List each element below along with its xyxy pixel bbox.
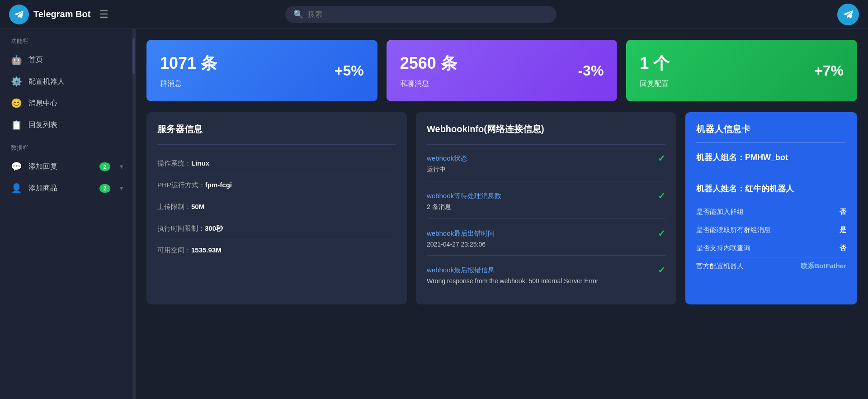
stat-card-reply-config: 1 个 回复配置 +7%: [626, 40, 857, 101]
webhook-panel: WebhookInfo(网络连接信息) webhook状态 ✓ 运行中 webh…: [416, 112, 676, 304]
stat-group-msg-change: +5%: [335, 62, 364, 79]
search-input[interactable]: [308, 10, 548, 19]
sidebar-item-home[interactable]: 🤖 首页: [0, 49, 135, 71]
sidebar-item-reply-list[interactable]: 📋 回复列表: [0, 114, 135, 136]
server-info-upload: 上传限制：50M: [157, 196, 396, 218]
bot-group-value: PMHW_bot: [745, 153, 788, 162]
server-info-os: 操作系统：Linux: [157, 153, 396, 175]
server-panel-title: 服务器信息: [157, 123, 396, 135]
search-icon: 🔍: [293, 10, 303, 19]
stats-row: 1071 条 群消息 +5% 2560 条 私聊消息 -3% 1 个 回复配置 …: [146, 40, 857, 101]
sidebar: 功能栏 🤖 首页 ⚙️ 配置机器人 😊 消息中心 📋 回复列表 数据栏 💬 添加…: [0, 29, 136, 399]
sidebar-section2-label: 数据栏: [0, 136, 135, 156]
webhook-item-last-error-msg: webhook最后报错信息 ✓ Wrong response from the …: [427, 265, 665, 285]
bot-card-divider1: [696, 142, 846, 143]
webhook-panel-title: WebhookInfo(网络连接信息): [427, 123, 665, 135]
menu-icon[interactable]: ☰: [99, 9, 108, 20]
content-area: 1071 条 群消息 +5% 2560 条 私聊消息 -3% 1 个 回复配置 …: [136, 29, 868, 399]
stat-card-group-msg: 1071 条 群消息 +5%: [146, 40, 377, 101]
home-icon: 🤖: [11, 54, 22, 65]
bot-property-official-config: 官方配置机器人 联系BotFather: [696, 257, 846, 275]
webhook-last-error-time-title: webhook最后出错时间: [427, 229, 495, 238]
bot-property-join-group-key: 是否能加入群组: [696, 208, 744, 216]
sidebar-item-config-bot[interactable]: ⚙️ 配置机器人: [0, 71, 135, 92]
sidebar-label-reply-list: 回复列表: [28, 120, 124, 130]
stat-group-msg-label: 群消息: [160, 79, 217, 89]
bot-name-label: 机器人姓名：: [696, 184, 745, 193]
webhook-pending-check: ✓: [658, 190, 665, 201]
sidebar-item-add-reply[interactable]: 💬 添加回复 2 ▼: [0, 156, 135, 177]
stat-private-msg-label: 私聊消息: [400, 79, 457, 89]
stat-reply-config-value: 1 个: [640, 52, 670, 75]
webhook-last-error-time-check: ✓: [658, 228, 665, 239]
bot-property-official-config-key: 官方配置机器人: [696, 262, 744, 271]
webhook-item-last-error-msg-header: webhook最后报错信息 ✓: [427, 265, 665, 276]
panels-row: 服务器信息 操作系统：Linux PHP运行方式：fpm-fcgi 上传限制：5…: [146, 112, 857, 304]
sidebar-item-add-product[interactable]: 👤 添加商品 2 ▼: [0, 177, 135, 199]
add-product-badge: 2: [99, 184, 110, 193]
bot-name-value: 红牛的机器人: [745, 184, 794, 193]
webhook-status-title: webhook状态: [427, 154, 467, 163]
webhook-last-error-msg-value: Wrong response from the webhook: 500 Int…: [427, 277, 665, 285]
webhook-last-error-msg-check: ✓: [658, 265, 665, 276]
config-icon: ⚙️: [11, 76, 22, 87]
stat-private-msg-value: 2560 条: [400, 52, 457, 75]
webhook-status-value: 运行中: [427, 166, 665, 174]
server-info-php: PHP运行方式：fpm-fcgi: [157, 175, 396, 196]
search-container: 🔍: [285, 6, 557, 23]
bot-property-join-group: 是否能加入群组 否: [696, 203, 846, 221]
add-reply-icon: 💬: [11, 161, 22, 172]
bot-group-label: 机器人组名：: [696, 153, 745, 162]
webhook-pending-title: webhook等待处理消息数: [427, 192, 501, 200]
bot-card-divider2: [696, 174, 846, 174]
webhook-last-error-msg-title: webhook最后报错信息: [427, 266, 495, 275]
webhook-item-pending: webhook等待处理消息数 ✓ 2 条消息: [427, 190, 665, 219]
sidebar-label-message-center: 消息中心: [28, 99, 124, 108]
webhook-item-status: webhook状态 ✓ 运行中: [427, 153, 665, 181]
server-info-disk: 可用空间：1535.93M: [157, 240, 396, 261]
stat-card-group-msg-left: 1071 条 群消息: [160, 52, 217, 89]
bot-card-group: 机器人组名：PMHW_bot: [696, 152, 846, 163]
bot-property-inline-query: 是否支持内联查询 否: [696, 239, 846, 257]
telegram-logo-icon: [9, 5, 29, 24]
topbar: Telegram Bot ☰ 🔍: [0, 0, 868, 29]
topbar-right: [837, 4, 859, 25]
bot-card-name: 机器人姓名：红牛的机器人: [696, 183, 846, 194]
add-reply-chevron[interactable]: ▼: [118, 163, 124, 170]
bot-property-inline-query-value: 否: [840, 244, 846, 252]
message-icon: 😊: [11, 98, 22, 109]
bot-property-inline-query-key: 是否支持内联查询: [696, 244, 750, 252]
stat-reply-config-change: +7%: [814, 62, 844, 79]
webhook-divider-2: [427, 255, 665, 256]
webhook-status-check: ✓: [658, 153, 665, 164]
stat-reply-config-label: 回复配置: [640, 79, 670, 89]
webhook-item-pending-header: webhook等待处理消息数 ✓: [427, 190, 665, 201]
bot-property-official-config-value[interactable]: 联系BotFather: [801, 262, 846, 271]
stat-group-msg-value: 1071 条: [160, 52, 217, 75]
sidebar-label-add-reply: 添加回复: [28, 162, 93, 171]
webhook-item-last-error-time-header: webhook最后出错时间 ✓: [427, 228, 665, 239]
stat-card-private-msg-left: 2560 条 私聊消息: [400, 52, 457, 89]
webhook-item-last-error-time: webhook最后出错时间 ✓ 2021-04-27 23:25:06: [427, 228, 665, 256]
sidebar-item-message-center[interactable]: 😊 消息中心: [0, 92, 135, 114]
add-reply-badge: 2: [99, 162, 110, 171]
webhook-panel-divider: [427, 144, 665, 145]
webhook-pending-value: 2 条消息: [427, 203, 665, 211]
bot-property-join-group-value: 否: [840, 208, 846, 216]
bot-property-read-all-msg-key: 是否能读取所有群组消息: [696, 226, 771, 234]
topbar-logo: Telegram Bot ☰: [9, 5, 145, 24]
webhook-divider-0: [427, 181, 665, 181]
stat-card-private-msg: 2560 条 私聊消息 -3%: [387, 40, 618, 101]
sidebar-label-config-bot: 配置机器人: [28, 77, 124, 86]
bot-card-title: 机器人信息卡: [696, 123, 846, 135]
sidebar-label-add-product: 添加商品: [28, 184, 93, 193]
bot-info-card: 机器人信息卡 机器人组名：PMHW_bot 机器人姓名：红牛的机器人 是否能加入…: [685, 112, 857, 304]
add-product-chevron[interactable]: ▼: [118, 185, 124, 192]
bot-property-read-all-msg: 是否能读取所有群组消息 是: [696, 221, 846, 239]
topbar-avatar[interactable]: [837, 4, 859, 25]
reply-list-icon: 📋: [11, 119, 22, 130]
server-info-panel: 服务器信息 操作系统：Linux PHP运行方式：fpm-fcgi 上传限制：5…: [146, 112, 407, 304]
topbar-title: Telegram Bot: [33, 9, 90, 19]
server-panel-divider: [157, 144, 396, 145]
webhook-item-status-header: webhook状态 ✓: [427, 153, 665, 164]
